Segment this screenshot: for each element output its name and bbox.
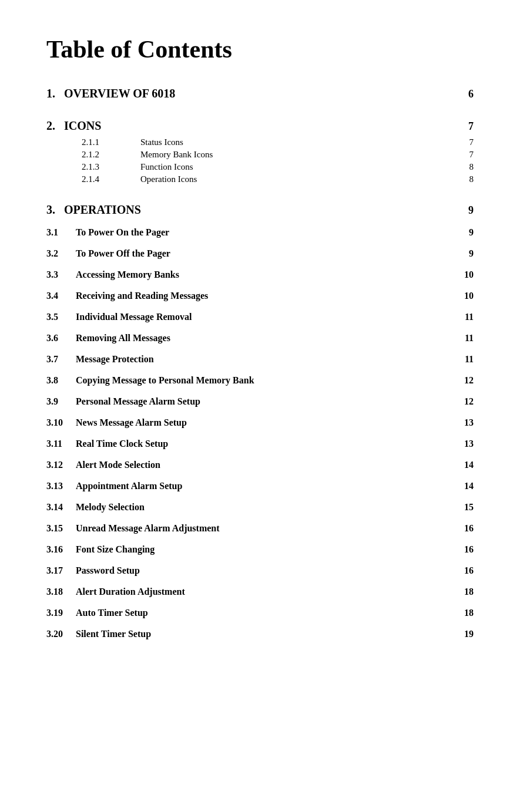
toc-item-label: Silent Timer Setup xyxy=(76,629,151,639)
toc-item-page: 14 xyxy=(464,460,474,470)
toc-item-page: 10 xyxy=(464,291,474,301)
toc-item-label: Melody Selection xyxy=(76,502,145,513)
toc-item-number: 3.19 xyxy=(46,608,76,618)
toc-item-label: Alert Mode Selection xyxy=(76,460,160,470)
subsection-number: 2.1.1 xyxy=(82,137,117,147)
toc-item-3-14: 3.14Melody Selection15 xyxy=(46,502,474,513)
toc-item-3-1: 3.1To Power On the Pager9 xyxy=(46,227,474,238)
toc-item-page: 16 xyxy=(464,523,474,534)
toc-item-label: Real Time Clock Setup xyxy=(76,439,168,449)
toc-item-number: 3.15 xyxy=(46,523,76,534)
toc-item-label: Individual Message Removal xyxy=(76,312,192,322)
subsection-label: Status Icons xyxy=(140,137,183,147)
toc-item-number: 3.14 xyxy=(46,502,76,513)
toc-item-page: 13 xyxy=(464,439,474,449)
toc-item-number: 3.3 xyxy=(46,269,76,280)
toc-item-page: 9 xyxy=(469,227,474,238)
toc-item-3-8: 3.8Copying Message to Personal Memory Ba… xyxy=(46,375,474,386)
section-3: 3. OPERATIONS9 xyxy=(46,203,474,217)
toc-item-3-9: 3.9Personal Message Alarm Setup12 xyxy=(46,396,474,407)
toc-item-label: Copying Message to Personal Memory Bank xyxy=(76,375,254,386)
toc-item-page: 16 xyxy=(464,544,474,555)
toc-item-page: 18 xyxy=(464,608,474,618)
subsection-212: 2.1.2Memory Bank Icons7 xyxy=(46,150,474,160)
toc-item-number: 3.17 xyxy=(46,565,76,576)
toc-container: 1. OVERVIEW OF 601862. ICONS72.1.1Status… xyxy=(46,87,474,639)
toc-item-page: 12 xyxy=(464,396,474,407)
section-2: 2. ICONS7 xyxy=(46,119,474,133)
subsection-214: 2.1.4Operation Icons8 xyxy=(46,174,474,184)
toc-item-3-15: 3.15Unread Message Alarm Adjustment16 xyxy=(46,523,474,534)
subsection-label: Function Icons xyxy=(140,162,193,172)
toc-item-label: Personal Message Alarm Setup xyxy=(76,396,200,407)
subsection-page: 7 xyxy=(469,137,474,147)
toc-item-3-16: 3.16Font Size Changing16 xyxy=(46,544,474,555)
toc-item-label: Auto Timer Setup xyxy=(76,608,148,618)
subsection-page: 8 xyxy=(469,162,474,172)
section-page: 7 xyxy=(468,120,474,133)
section-label: 3. OPERATIONS xyxy=(46,203,141,217)
toc-item-page: 11 xyxy=(465,354,474,365)
page-title: Table of Contents xyxy=(46,35,474,63)
toc-item-page: 9 xyxy=(469,248,474,259)
subsection-label: Memory Bank Icons xyxy=(140,150,213,160)
subsection-number: 2.1.2 xyxy=(82,150,117,160)
section-label: 1. OVERVIEW OF 6018 xyxy=(46,87,175,100)
toc-item-3-5: 3.5Individual Message Removal11 xyxy=(46,312,474,322)
toc-item-3-19: 3.19Auto Timer Setup18 xyxy=(46,608,474,618)
toc-item-3-17: 3.17Password Setup16 xyxy=(46,565,474,576)
toc-item-label: Message Protection xyxy=(76,354,154,365)
toc-item-label: Font Size Changing xyxy=(76,544,155,555)
toc-item-number: 3.16 xyxy=(46,544,76,555)
subsection-number: 2.1.4 xyxy=(82,174,117,184)
toc-item-number: 3.2 xyxy=(46,248,76,259)
toc-item-number: 3.9 xyxy=(46,396,76,407)
toc-item-number: 3.7 xyxy=(46,354,76,365)
toc-item-3-2: 3.2To Power Off the Pager9 xyxy=(46,248,474,259)
toc-item-page: 15 xyxy=(464,502,474,513)
toc-item-label: To Power Off the Pager xyxy=(76,248,170,259)
toc-item-number: 3.10 xyxy=(46,417,76,428)
toc-item-page: 10 xyxy=(464,269,474,280)
toc-item-page: 13 xyxy=(464,417,474,428)
subsection-page: 7 xyxy=(469,150,474,160)
toc-item-number: 3.1 xyxy=(46,227,76,238)
toc-item-3-18: 3.18Alert Duration Adjustment18 xyxy=(46,587,474,597)
toc-item-3-20: 3.20Silent Timer Setup19 xyxy=(46,629,474,639)
subsection-211: 2.1.1Status Icons7 xyxy=(46,137,474,147)
toc-item-page: 16 xyxy=(464,565,474,576)
toc-item-3-7: 3.7Message Protection11 xyxy=(46,354,474,365)
toc-item-3-12: 3.12Alert Mode Selection14 xyxy=(46,460,474,470)
toc-item-number: 3.11 xyxy=(46,439,76,449)
toc-item-label: News Message Alarm Setup xyxy=(76,417,187,428)
toc-item-label: To Power On the Pager xyxy=(76,227,169,238)
toc-item-page: 14 xyxy=(464,481,474,491)
subsection-number: 2.1.3 xyxy=(82,162,117,172)
section-page: 6 xyxy=(468,88,474,100)
section-1: 1. OVERVIEW OF 60186 xyxy=(46,87,474,100)
toc-item-3-13: 3.13Appointment Alarm Setup14 xyxy=(46,481,474,491)
toc-item-number: 3.12 xyxy=(46,460,76,470)
toc-item-label: Appointment Alarm Setup xyxy=(76,481,182,491)
toc-item-label: Password Setup xyxy=(76,565,140,576)
toc-item-page: 11 xyxy=(465,333,474,343)
toc-item-number: 3.6 xyxy=(46,333,76,343)
toc-item-3-4: 3.4Receiving and Reading Messages10 xyxy=(46,291,474,301)
subsection-213: 2.1.3Function Icons8 xyxy=(46,162,474,172)
toc-item-page: 19 xyxy=(464,629,474,639)
toc-item-label: Accessing Memory Banks xyxy=(76,269,179,280)
section-label: 2. ICONS xyxy=(46,119,101,133)
section-page: 9 xyxy=(468,204,474,217)
toc-item-label: Unread Message Alarm Adjustment xyxy=(76,523,220,534)
toc-item-number: 3.18 xyxy=(46,587,76,597)
toc-item-number: 3.4 xyxy=(46,291,76,301)
subsection-label: Operation Icons xyxy=(140,174,197,184)
toc-item-3-10: 3.10News Message Alarm Setup13 xyxy=(46,417,474,428)
toc-item-3-6: 3.6Removing All Messages11 xyxy=(46,333,474,343)
toc-item-3-11: 3.11Real Time Clock Setup13 xyxy=(46,439,474,449)
toc-item-number: 3.8 xyxy=(46,375,76,386)
subsection-page: 8 xyxy=(469,174,474,184)
toc-item-number: 3.20 xyxy=(46,629,76,639)
toc-item-label: Receiving and Reading Messages xyxy=(76,291,208,301)
toc-item-page: 11 xyxy=(465,312,474,322)
